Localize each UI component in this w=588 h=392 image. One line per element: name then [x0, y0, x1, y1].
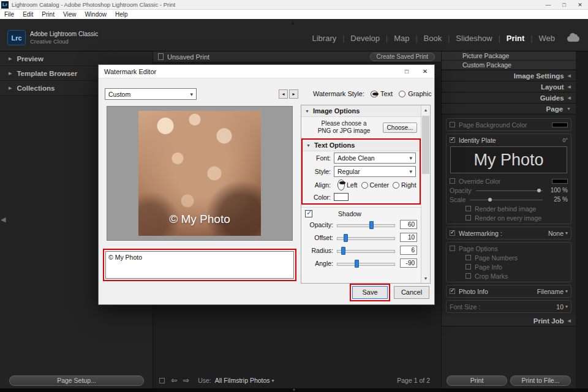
align-center-radio[interactable] — [361, 182, 368, 189]
font-style-select[interactable]: Regular — [334, 166, 416, 177]
override-color-checkbox[interactable] — [450, 178, 455, 184]
shadow-angle-value[interactable]: -90 — [400, 258, 417, 268]
module-map[interactable]: Map — [388, 34, 415, 43]
print-header-bar: Unsaved Print Create Saved Print — [153, 51, 441, 62]
close-icon[interactable]: ✕ — [572, 0, 588, 9]
text-options-header[interactable]: Text Options — [303, 140, 420, 151]
watermarking-dropdown[interactable]: None — [548, 230, 564, 237]
menu-print[interactable]: Print — [37, 11, 59, 18]
filmstrip-filter-checkbox[interactable] — [159, 378, 165, 383]
print-button[interactable]: Print — [447, 375, 507, 386]
shadow-opacity-slider[interactable] — [337, 221, 395, 229]
module-web[interactable]: Web — [533, 34, 562, 43]
render-behind-image-checkbox[interactable] — [466, 206, 471, 211]
module-book[interactable]: Book — [418, 34, 448, 43]
render-on-every-image-label: Render on every image — [475, 214, 541, 222]
shadow-checkbox[interactable] — [305, 210, 312, 217]
use-source-dropdown[interactable]: All Filmstrip Photos — [215, 377, 270, 384]
collapse-top-panel-icon[interactable]: ▲ — [290, 20, 295, 26]
menu-edit[interactable]: Edit — [18, 11, 37, 18]
previous-page-icon[interactable]: ⇦ — [171, 376, 177, 385]
previous-watermark-icon[interactable]: ◂ — [279, 89, 288, 99]
override-color-swatch[interactable] — [552, 179, 568, 184]
shadow-offset-slider[interactable] — [337, 233, 395, 242]
image-options-header[interactable]: Image Options — [301, 105, 421, 117]
align-right-radio[interactable] — [393, 182, 399, 189]
align-left-radio[interactable] — [337, 179, 345, 190]
menu-window[interactable]: Window — [80, 11, 111, 18]
menu-help[interactable]: Help — [111, 11, 132, 18]
dialog-maximize-icon[interactable]: □ — [398, 65, 416, 78]
page-info-checkbox[interactable] — [466, 264, 471, 270]
menu-file[interactable]: File — [0, 11, 18, 18]
shadow-radius-slider[interactable] — [337, 246, 395, 255]
panel-header-page[interactable]: Page — [442, 104, 576, 115]
page-options-group: Page Options Page Numbers Page Info Crop… — [446, 242, 571, 282]
preset-select[interactable]: Custom — [105, 88, 197, 100]
module-print[interactable]: Print — [500, 34, 531, 43]
cancel-button[interactable]: Cancel — [394, 286, 429, 299]
module-develop[interactable]: Develop — [344, 34, 386, 43]
options-scrollbar[interactable]: ▲ ▼ — [421, 105, 430, 283]
panel-header-image-settings[interactable]: Image Settings — [442, 70, 576, 81]
watermarking-group: Watermarking : None ▾ — [446, 227, 571, 239]
scrollbar-thumb[interactable] — [422, 116, 429, 174]
watermarking-checkbox[interactable] — [450, 230, 455, 236]
collapse-bottom-panel[interactable]: ▼ — [0, 388, 588, 392]
photo-info-checkbox[interactable] — [450, 288, 455, 294]
shadow-radius-value[interactable]: 6 — [400, 246, 417, 255]
dialog-titlebar[interactable]: Watermark Editor □ ✕ — [99, 65, 434, 78]
shadow-angle-slider[interactable] — [337, 259, 395, 268]
style-graphic-radio[interactable] — [399, 91, 405, 97]
identity-plate-preview[interactable]: My Photo — [450, 146, 567, 173]
page-numbers-checkbox[interactable] — [466, 255, 471, 260]
page-background-color-swatch[interactable] — [552, 123, 568, 127]
choose-image-button[interactable]: Choose... — [383, 123, 417, 133]
shadow-radius-label: Radius: — [305, 247, 333, 254]
save-button[interactable]: Save — [352, 286, 388, 299]
render-on-every-image-checkbox[interactable] — [466, 215, 471, 221]
font-size-dropdown[interactable]: 10 — [556, 303, 564, 311]
shadow-offset-value[interactable]: 10 — [400, 233, 417, 242]
layout-style-menu: Picture Package Custom Package — [442, 51, 576, 70]
style-label: Style: — [306, 168, 331, 175]
align-label: Align: — [306, 181, 331, 189]
minimize-icon[interactable]: — — [540, 0, 556, 9]
chevron-down-icon: ▾ — [565, 304, 568, 309]
module-library[interactable]: Library — [306, 34, 342, 43]
opacity-slider[interactable] — [476, 187, 543, 194]
panel-header-print-job[interactable]: Print Job — [442, 315, 576, 326]
layout-style-custom-package[interactable]: Custom Package — [442, 61, 576, 70]
page-options-checkbox[interactable] — [450, 246, 455, 251]
photo-info-dropdown[interactable]: Filename — [537, 288, 564, 295]
identity-plate-checkbox[interactable] — [450, 137, 455, 143]
font-select[interactable]: Adobe Clean — [334, 153, 416, 164]
page-background-color-checkbox[interactable] — [450, 122, 455, 127]
scroll-down-icon[interactable]: ▼ — [421, 274, 430, 283]
scroll-up-icon[interactable]: ▲ — [421, 105, 430, 115]
next-watermark-icon[interactable]: ▸ — [289, 89, 298, 99]
scale-slider[interactable] — [470, 197, 543, 203]
font-size-label: Font Size : — [450, 303, 480, 311]
page-setup-button[interactable]: Page Setup... — [9, 375, 144, 386]
panel-header-guides[interactable]: Guides — [442, 92, 576, 104]
creative-cloud-sync-icon[interactable] — [567, 36, 579, 42]
module-slideshow[interactable]: Slideshow — [450, 34, 498, 43]
next-page-icon[interactable]: ⇨ — [183, 376, 189, 385]
crop-marks-checkbox[interactable] — [466, 273, 471, 279]
section-expand-icon — [306, 143, 311, 148]
shadow-opacity-value[interactable]: 60 — [400, 220, 417, 229]
panel-header-layout[interactable]: Layout — [442, 81, 576, 92]
collapse-left-panel-icon[interactable]: ◀ — [1, 216, 6, 224]
maximize-icon[interactable]: □ — [556, 0, 572, 9]
style-text-radio[interactable] — [371, 91, 378, 97]
window-titlebar: Lr Lightroom Catalog - Adobe Photoshop L… — [0, 0, 588, 10]
watermark-text-input[interactable]: © My Photo — [105, 251, 294, 279]
layout-style-picture-package[interactable]: Picture Package — [442, 51, 576, 61]
identity-plate-angle[interactable]: 0° — [562, 137, 568, 143]
create-saved-print-button[interactable]: Create Saved Print — [370, 53, 435, 61]
menu-view[interactable]: View — [59, 11, 81, 18]
text-color-swatch[interactable] — [334, 193, 349, 201]
dialog-close-icon[interactable]: ✕ — [416, 65, 434, 78]
print-to-file-button[interactable]: Print to File... — [510, 375, 571, 386]
